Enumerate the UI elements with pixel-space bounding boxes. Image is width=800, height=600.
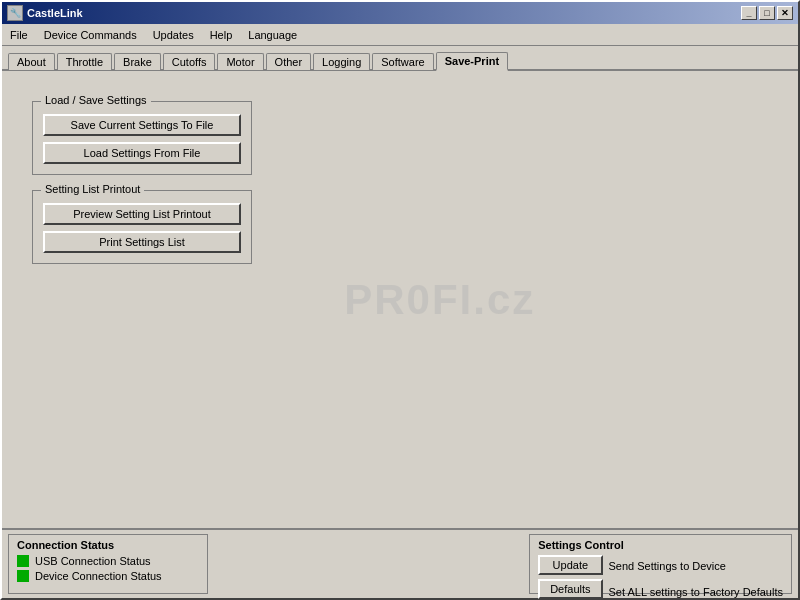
usb-status-led [17, 555, 29, 567]
main-content: PR0FI.cz Load / Save Settings Save Curre… [2, 71, 798, 528]
menu-file[interactable]: File [2, 27, 36, 43]
send-settings-label: Send Settings to Device [609, 555, 783, 577]
setting-list-legend: Setting List Printout [41, 183, 144, 195]
window-title: CastleLink [27, 7, 83, 19]
tab-logging[interactable]: Logging [313, 53, 370, 70]
tab-software[interactable]: Software [372, 53, 433, 70]
bottom-right-area: Settings Control Update Defaults Send Se… [523, 530, 798, 598]
settings-labels: Send Settings to Device Set ALL settings… [609, 555, 783, 600]
settings-control-title: Settings Control [538, 539, 783, 551]
connection-status-box: Connection Status USB Connection Status … [8, 534, 208, 594]
app-icon: 🔧 [7, 5, 23, 21]
factory-defaults-label: Set ALL settings to Factory Defaults [609, 581, 783, 600]
menu-help[interactable]: Help [202, 27, 241, 43]
maximize-button[interactable]: □ [759, 6, 775, 20]
connection-status-title: Connection Status [17, 539, 199, 551]
defaults-button[interactable]: Defaults [538, 579, 602, 599]
settings-control-row: Update Defaults Send Settings to Device … [538, 555, 783, 600]
load-save-content: Save Current Settings To File Load Setti… [43, 114, 241, 164]
setting-list-content: Preview Setting List Printout Print Sett… [43, 203, 241, 253]
tab-cutoffs[interactable]: Cutoffs [163, 53, 216, 70]
tab-save-print[interactable]: Save-Print [436, 52, 508, 71]
settings-buttons: Update Defaults [538, 555, 602, 599]
load-settings-button[interactable]: Load Settings From File [43, 142, 241, 164]
menu-language[interactable]: Language [240, 27, 305, 43]
close-button[interactable]: ✕ [777, 6, 793, 20]
tab-motor[interactable]: Motor [217, 53, 263, 70]
title-bar-left: 🔧 CastleLink [7, 5, 83, 21]
device-status-row: Device Connection Status [17, 570, 199, 582]
device-status-led [17, 570, 29, 582]
setting-list-groupbox: Setting List Printout Preview Setting Li… [32, 190, 252, 264]
update-button[interactable]: Update [538, 555, 602, 575]
menu-bar: File Device Commands Updates Help Langua… [2, 24, 798, 46]
usb-status-row: USB Connection Status [17, 555, 199, 567]
save-settings-button[interactable]: Save Current Settings To File [43, 114, 241, 136]
tab-about[interactable]: About [8, 53, 55, 70]
minimize-button[interactable]: _ [741, 6, 757, 20]
panels-area: Load / Save Settings Save Current Settin… [32, 101, 788, 264]
status-bar: Connection Status USB Connection Status … [2, 528, 798, 598]
menu-updates[interactable]: Updates [145, 27, 202, 43]
tab-brake[interactable]: Brake [114, 53, 161, 70]
settings-control-wrapper: Settings Control Update Defaults Send Se… [529, 534, 792, 594]
menu-device-commands[interactable]: Device Commands [36, 27, 145, 43]
load-save-groupbox: Load / Save Settings Save Current Settin… [32, 101, 252, 175]
tab-bar: About Throttle Brake Cutoffs Motor Other… [2, 46, 798, 71]
device-status-label: Device Connection Status [35, 570, 162, 582]
load-save-legend: Load / Save Settings [41, 94, 151, 106]
title-bar: 🔧 CastleLink _ □ ✕ [2, 2, 798, 24]
usb-status-label: USB Connection Status [35, 555, 151, 567]
main-window: 🔧 CastleLink _ □ ✕ File Device Commands … [0, 0, 800, 600]
tab-throttle[interactable]: Throttle [57, 53, 112, 70]
tab-other[interactable]: Other [266, 53, 312, 70]
watermark: PR0FI.cz [344, 276, 535, 324]
print-settings-button[interactable]: Print Settings List [43, 231, 241, 253]
preview-settings-button[interactable]: Preview Setting List Printout [43, 203, 241, 225]
title-buttons: _ □ ✕ [741, 6, 793, 20]
